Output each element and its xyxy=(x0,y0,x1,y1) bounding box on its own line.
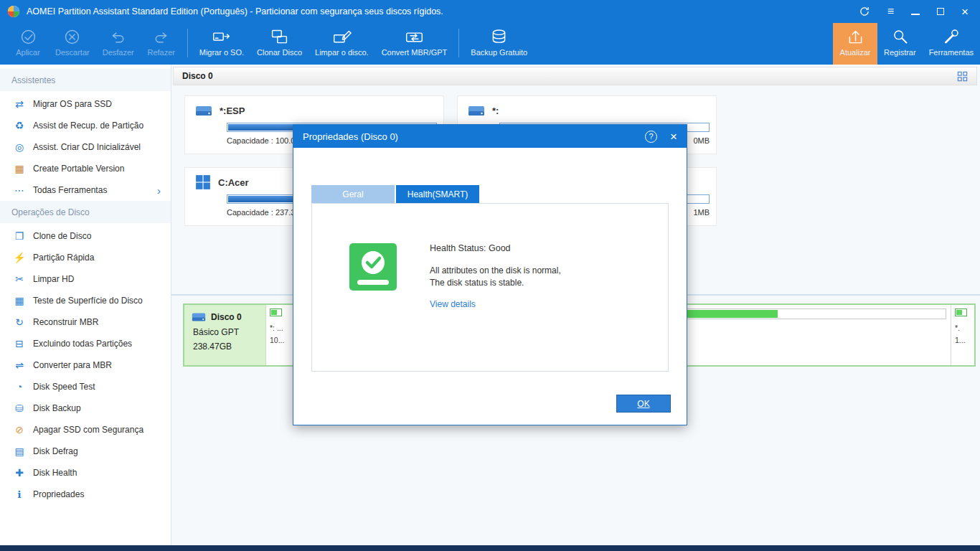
discard-icon xyxy=(62,27,82,47)
menu-icon[interactable]: ≡ xyxy=(887,5,894,18)
toolbar-button-migrar-o-so[interactable]: Migrar o SO. xyxy=(193,23,250,65)
sidebar-item-todas-ferramentas[interactable]: ⋯Todas Ferramentas› xyxy=(0,179,171,201)
dialog-title: Propriedades (Disco 0) xyxy=(303,131,398,142)
strip-partition-label: *. xyxy=(955,322,971,334)
toolbar-button-refazer[interactable]: Refazer xyxy=(141,23,182,65)
view-details-link[interactable]: View details xyxy=(430,299,561,309)
sidebar-item-excluindo-todas-particoes[interactable]: ⊟Excluindo todas Partições xyxy=(0,333,171,354)
sidebar-item-apagar-ssd-com-seguranca[interactable]: ⊘Apagar SSD com Segurança xyxy=(0,419,171,441)
sidebar-item-label: Limpar HD xyxy=(33,274,74,284)
sidebar-item-assist-de-recup-de-particao[interactable]: ♻Assist de Recup. de Partição xyxy=(0,115,171,136)
disk-backup-icon: ⛁ xyxy=(12,402,27,414)
disk-health-icon: ✚ xyxy=(12,467,27,479)
strip-partition-recovery[interactable]: *. 1... xyxy=(951,305,974,365)
toolbar-separator xyxy=(458,29,459,57)
sidebar-item-propriedades[interactable]: ℹPropriedades xyxy=(0,484,171,505)
sidebar-item-label: Partição Rápida xyxy=(33,253,94,263)
toolbar-button-label: Migrar o SO. xyxy=(199,48,244,57)
maximize-button[interactable] xyxy=(937,5,944,18)
sidebar-item-label: Converter para MBR xyxy=(33,360,112,370)
wipe-disk-icon xyxy=(332,27,352,47)
sidebar-item-label: Migrar OS para SSD xyxy=(33,99,112,109)
toolbar-button-desfazer[interactable]: Desfazer xyxy=(96,23,141,65)
disk-icon xyxy=(195,104,212,118)
minimize-button[interactable] xyxy=(911,5,920,18)
sidebar-item-disk-speed-test[interactable]: ◔Disk Speed Test xyxy=(0,376,171,397)
toolbar-button-registrar[interactable]: Registrar xyxy=(877,23,923,65)
titlebar: AOMEI Partition Assistant Standard Editi… xyxy=(0,0,980,23)
sidebar-item-label: Create Portable Version xyxy=(33,164,124,174)
sidebar-item-teste-de-superficie-do-disco[interactable]: ▦Teste de Superfície do Disco xyxy=(0,290,171,311)
sidebar-item-migrar-os-para-ssd[interactable]: ⇄Migrar OS para SSD xyxy=(0,93,171,115)
apply-icon xyxy=(19,27,38,47)
disk-defrag-icon: ▤ xyxy=(12,446,27,457)
sidebar-item-label: Propriedades xyxy=(33,489,84,499)
app-logo-icon xyxy=(7,5,20,18)
layout-grid-icon[interactable] xyxy=(957,71,968,82)
ok-button[interactable]: OK xyxy=(616,395,671,413)
help-icon[interactable]: ? xyxy=(645,131,657,143)
disk-speed-icon: ◔ xyxy=(12,381,27,392)
toolbar-button-label: Registrar xyxy=(884,48,916,57)
disk-clone-icon: ❐ xyxy=(12,230,27,242)
bootable-cd-icon: ◎ xyxy=(12,141,27,153)
toolbar-button-backup-gratuito[interactable]: Backup Gratuito xyxy=(464,23,534,65)
all-tools-icon: ⋯ xyxy=(12,184,27,196)
strip-disk-name: Disco 0 xyxy=(211,312,242,322)
sidebar-item-create-portable-version[interactable]: ▦Create Portable Version xyxy=(0,158,171,179)
clone-disk-icon xyxy=(270,27,289,47)
sidebar-item-particao-rapida[interactable]: ⚡Partição Rápida xyxy=(0,247,171,268)
health-status-line2: The disk status is stable. xyxy=(430,277,561,289)
toolbar-button-descartar[interactable]: Descartar xyxy=(49,23,96,65)
sidebar-item-disk-backup[interactable]: ⛁Disk Backup xyxy=(0,397,171,419)
toolbar: Aplicar Descartar Desfazer Refazer Migra… xyxy=(0,23,980,65)
strip-partition-size: 10... xyxy=(270,334,289,347)
tools-icon xyxy=(941,27,961,47)
sidebar-item-clone-de-disco[interactable]: ❐Clone de Disco xyxy=(0,225,171,247)
dialog-titlebar: Propriedades (Disco 0) ? × xyxy=(293,125,687,148)
backup-icon xyxy=(489,27,509,47)
sidebar-item-label: Todas Ferramentas xyxy=(33,185,107,195)
sidebar: Assistentes⇄Migrar OS para SSD♻Assist de… xyxy=(0,65,171,545)
sidebar-item-limpar-hd[interactable]: ✂Limpar HD xyxy=(0,268,171,290)
strip-partition-esp[interactable]: *: ... 10... xyxy=(266,305,293,365)
toolbar-button-label: Aplicar xyxy=(16,48,40,57)
partition-recovery-icon: ♻ xyxy=(12,120,27,131)
toolbar-button-clonar-disco[interactable]: Clonar Disco xyxy=(250,23,308,65)
sidebar-sections: Assistentes⇄Migrar OS para SSD♻Assist de… xyxy=(0,69,171,505)
chevron-right-icon: › xyxy=(157,184,161,197)
sidebar-item-assist-criar-cd-inicializavel[interactable]: ◎Assist. Criar CD Inicializável xyxy=(0,136,171,158)
strip-partition-label: *: ... xyxy=(270,322,289,334)
sidebar-item-label: Disk Defrag xyxy=(33,446,78,456)
disk-header-bar: Disco 0 xyxy=(173,67,977,85)
toolbar-button-label: Clonar Disco xyxy=(257,48,302,57)
sidebar-item-label: Teste de Superfície do Disco xyxy=(33,296,143,306)
sidebar-item-disk-health[interactable]: ✚Disk Health xyxy=(0,462,171,484)
dialog-tabs: Geral Health(SMART) xyxy=(311,185,481,203)
properties-dialog: Propriedades (Disco 0) ? × Geral Health(… xyxy=(293,124,687,425)
sidebar-item-label: Apagar SSD com Segurança xyxy=(33,425,143,435)
toolbar-button-limpar-o-disco[interactable]: Limpar o disco. xyxy=(308,23,375,65)
sidebar-item-converter-para-mbr[interactable]: ⇌Converter para MBR xyxy=(0,354,171,376)
sidebar-item-reconstruir-mbr[interactable]: ↻Reconstruir MBR xyxy=(0,311,171,333)
toolbar-button-atualizar[interactable]: Atualizar xyxy=(833,23,877,65)
toolbar-button-aplicar[interactable]: Aplicar xyxy=(7,23,49,65)
windows-logo-icon xyxy=(195,174,211,190)
dialog-close-icon[interactable]: × xyxy=(670,131,677,143)
tab-health-smart[interactable]: Health(SMART) xyxy=(396,185,479,203)
toolbar-button-ferramentas[interactable]: Ferramentas xyxy=(923,23,980,65)
register-icon xyxy=(890,27,910,47)
strip-partition-size: 1... xyxy=(955,334,971,347)
sync-icon[interactable] xyxy=(859,5,870,18)
disk-icon xyxy=(192,311,206,323)
strip-disk-type: Básico GPT xyxy=(192,327,258,337)
disk-info-cell[interactable]: Disco 0 Básico GPT 238.47GB xyxy=(184,305,266,365)
tab-geral[interactable]: Geral xyxy=(311,185,395,203)
sidebar-item-label: Assist de Recup. de Partição xyxy=(33,121,143,131)
close-button[interactable]: × xyxy=(961,5,969,18)
disk-health-good-icon xyxy=(349,243,397,291)
sidebar-section-title: Assistentes xyxy=(0,69,171,91)
properties-icon: ℹ xyxy=(12,489,27,500)
toolbar-button-convert-mbr-gpt[interactable]: Convert MBR/GPT xyxy=(375,23,454,65)
sidebar-item-disk-defrag[interactable]: ▤Disk Defrag xyxy=(0,441,171,462)
